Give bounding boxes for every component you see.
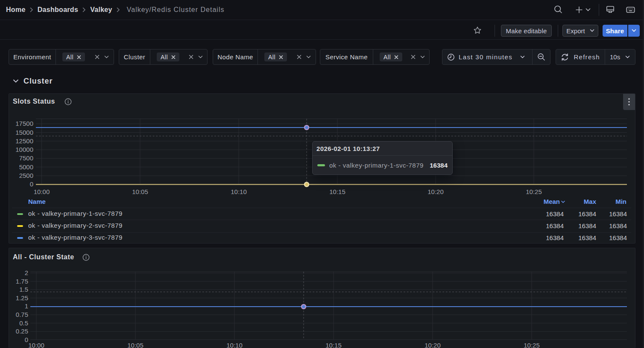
svg-text:10:10: 10:10	[231, 188, 247, 195]
svg-text:10:25: 10:25	[526, 188, 542, 195]
svg-text:5000: 5000	[19, 163, 33, 171]
svg-text:1.75: 1.75	[16, 278, 28, 285]
svg-text:10:15: 10:15	[325, 342, 342, 348]
svg-text:10000: 10000	[15, 146, 33, 153]
svg-text:10:05: 10:05	[132, 188, 148, 195]
svg-text:17500: 17500	[15, 120, 33, 127]
svg-text:2: 2	[25, 269, 28, 276]
svg-text:0.75: 0.75	[16, 311, 28, 318]
svg-text:1: 1	[25, 302, 28, 310]
svg-text:10:05: 10:05	[127, 342, 143, 348]
svg-text:7500: 7500	[19, 154, 33, 162]
svg-text:0.5: 0.5	[19, 319, 28, 327]
svg-text:10:00: 10:00	[28, 342, 44, 348]
svg-text:1.5: 1.5	[19, 286, 28, 293]
svg-text:10:00: 10:00	[34, 188, 50, 195]
svg-text:12500: 12500	[15, 137, 33, 145]
svg-text:1.25: 1.25	[16, 294, 28, 302]
svg-text:0: 0	[30, 180, 33, 188]
svg-text:15000: 15000	[15, 129, 33, 136]
svg-text:10:20: 10:20	[424, 342, 441, 348]
svg-text:0.25: 0.25	[16, 328, 28, 335]
svg-text:10:10: 10:10	[226, 342, 243, 348]
svg-text:10:15: 10:15	[329, 188, 345, 195]
svg-text:10:25: 10:25	[524, 342, 540, 348]
svg-text:0: 0	[25, 336, 28, 343]
svg-text:2500: 2500	[19, 172, 33, 179]
svg-text:10:20: 10:20	[427, 188, 444, 195]
